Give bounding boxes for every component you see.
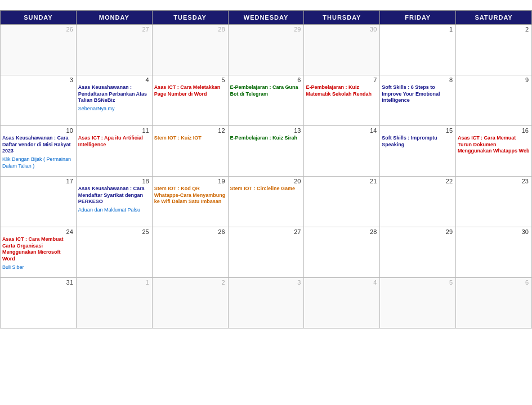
day-number: 19 — [154, 178, 226, 184]
calendar-cell-w0d6: 2 — [456, 25, 532, 75]
calendar-cell-w4d0: 24Asas ICT : Cara Membuat Carta Organisa… — [1, 227, 77, 278]
calendar-cell-w0d4: 30 — [304, 25, 380, 75]
calendar-cell-w3d2: 19Stem IOT : Kod QR Whatapps-Cara Menyam… — [152, 177, 228, 227]
calendar-cell-w4d3: 27 — [228, 227, 304, 278]
calendar-event: Stem IOT : Circleline Game — [230, 186, 302, 192]
calendar-event: Asas ICT : Cara Memuat Turun Dokumen Men… — [458, 135, 530, 155]
calendar-cell-w0d5: 1 — [380, 25, 456, 75]
calendar-event: Stem IOT : Kuiz IOT — [154, 135, 226, 142]
day-number: 28 — [306, 228, 378, 235]
calendar-title — [0, 0, 532, 10]
calendar-event: Asas ICT : Apa itu Artificial Intelligen… — [78, 135, 150, 148]
day-number: 2 — [154, 279, 226, 286]
calendar-event: Klik Dengan Bijak ( Permainan Dalam Tali… — [2, 156, 74, 169]
calendar-cell-w5d2: 2 — [152, 278, 228, 328]
day-number: 3 — [230, 279, 302, 286]
day-number: 3 — [2, 76, 74, 83]
calendar-cell-w5d0: 31 — [1, 278, 77, 328]
calendar-cell-w4d6: 30 — [456, 227, 532, 278]
day-number: 29 — [230, 26, 302, 33]
day-number: 1 — [78, 279, 150, 286]
day-number: 4 — [78, 76, 150, 83]
week-row-2: 10Asas Keusahawanan : Cara Daftar Vendor… — [1, 126, 532, 177]
day-header-wednesday: WEDNESDAY — [228, 11, 304, 25]
day-number: 22 — [382, 178, 454, 184]
calendar-container: SUNDAYMONDAYTUESDAYWEDNESDAYTHURSDAYFRID… — [0, 0, 532, 328]
calendar-cell-w5d3: 3 — [228, 278, 304, 328]
day-number: 18 — [78, 178, 150, 184]
day-number: 21 — [306, 178, 378, 184]
day-number: 4 — [306, 279, 378, 286]
calendar-cell-w4d1: 25 — [76, 227, 152, 278]
day-header-friday: FRIDAY — [380, 11, 456, 25]
calendar-cell-w0d2: 28 — [152, 25, 228, 75]
day-number: 11 — [78, 127, 150, 134]
calendar-cell-w3d5: 22 — [380, 177, 456, 227]
day-number: 13 — [230, 127, 302, 134]
calendar-event: Aduan dan Maklumat Palsu — [78, 207, 150, 214]
calendar-cell-w5d6: 6 — [456, 278, 532, 328]
day-number: 6 — [458, 279, 530, 286]
day-header-saturday: SATURDAY — [456, 11, 532, 25]
calendar-cell-w2d6: 16Asas ICT : Cara Memuat Turun Dokumen M… — [456, 126, 532, 177]
day-number: 29 — [382, 228, 454, 235]
calendar-event: Asas Keusahawanan : Cara Mendaftar Syari… — [78, 186, 150, 205]
calendar-event: E-Pembelajaran : Cara Guna Bot di Telegr… — [230, 84, 302, 97]
day-number: 10 — [2, 127, 74, 134]
day-header-thursday: THURSDAY — [304, 11, 380, 25]
calendar-grid: SUNDAYMONDAYTUESDAYWEDNESDAYTHURSDAYFRID… — [0, 10, 532, 328]
calendar-cell-w1d2: 5Asas ICT : Cara Meletakkan Page Number … — [152, 75, 228, 126]
calendar-cell-w0d0: 26 — [1, 25, 77, 75]
calendar-event: Buli Siber — [2, 264, 74, 271]
calendar-event: Asas ICT : Cara Meletakkan Page Number d… — [154, 84, 226, 97]
day-number: 23 — [458, 178, 530, 184]
calendar-cell-w1d1: 4Asas Keusahawanan : Pendaftaran Perbank… — [76, 75, 152, 126]
day-number: 5 — [382, 279, 454, 286]
calendar-cell-w3d3: 20Stem IOT : Circleline Game — [228, 177, 304, 227]
day-number: 17 — [2, 178, 74, 184]
calendar-cell-w5d4: 4 — [304, 278, 380, 328]
calendar-event: Asas ICT : Cara Membuat Carta Organisasi… — [2, 236, 74, 263]
calendar-cell-w3d6: 23 — [456, 177, 532, 227]
day-number: 15 — [382, 127, 454, 134]
day-number: 7 — [306, 76, 378, 83]
day-number: 6 — [230, 76, 302, 83]
day-number: 5 — [154, 76, 226, 83]
calendar-cell-w0d3: 29 — [228, 25, 304, 75]
day-number: 30 — [458, 228, 530, 235]
day-number: 26 — [2, 26, 74, 33]
day-number: 8 — [382, 76, 454, 83]
calendar-cell-w0d1: 27 — [76, 25, 152, 75]
calendar-cell-w1d5: 8Soft Skills : 6 Steps to Improve Your E… — [380, 75, 456, 126]
day-number: 31 — [2, 279, 74, 286]
calendar-cell-w5d1: 1 — [76, 278, 152, 328]
day-number: 28 — [154, 26, 226, 33]
week-row-3: 1718Asas Keusahawanan : Cara Mendaftar S… — [1, 177, 532, 227]
week-row-5: 31123456 — [1, 278, 532, 328]
calendar-cell-w2d1: 11Asas ICT : Apa itu Artificial Intellig… — [76, 126, 152, 177]
calendar-cell-w1d4: 7E-Pembelajaran : Kuiz Matematik Sekolah… — [304, 75, 380, 126]
day-number: 20 — [230, 178, 302, 184]
calendar-cell-w1d3: 6E-Pembelajaran : Cara Guna Bot di Teleg… — [228, 75, 304, 126]
calendar-cell-w2d5: 15Soft Skills : Impromptu Speaking — [380, 126, 456, 177]
calendar-cell-w1d0: 3 — [1, 75, 77, 126]
calendar-cell-w4d4: 28 — [304, 227, 380, 278]
calendar-cell-w4d2: 26 — [152, 227, 228, 278]
day-number: 12 — [154, 127, 226, 134]
calendar-cell-w3d4: 21 — [304, 177, 380, 227]
calendar-event: Soft Skills : 6 Steps to Improve Your Em… — [382, 84, 454, 104]
week-row-4: 24Asas ICT : Cara Membuat Carta Organisa… — [1, 227, 532, 278]
calendar-cell-w2d2: 12Stem IOT : Kuiz IOT — [152, 126, 228, 177]
calendar-event: Stem IOT : Kod QR Whatapps-Cara Menyambu… — [154, 186, 226, 205]
calendar-event: E-Pembelajaran : Kuiz Matematik Sekolah … — [306, 84, 378, 97]
day-number: 1 — [382, 26, 454, 33]
day-number: 25 — [78, 228, 150, 235]
day-number: 14 — [306, 127, 378, 134]
calendar-event: Asas Keusahawanan : Pendaftaran Perbanka… — [78, 84, 150, 104]
day-number: 30 — [306, 26, 378, 33]
day-number: 2 — [458, 26, 530, 33]
calendar-cell-w4d5: 29 — [380, 227, 456, 278]
day-number: 27 — [78, 26, 150, 33]
day-number: 9 — [458, 76, 530, 83]
calendar-event: Asas Keusahawanan : Cara Daftar Vendor d… — [2, 135, 74, 155]
